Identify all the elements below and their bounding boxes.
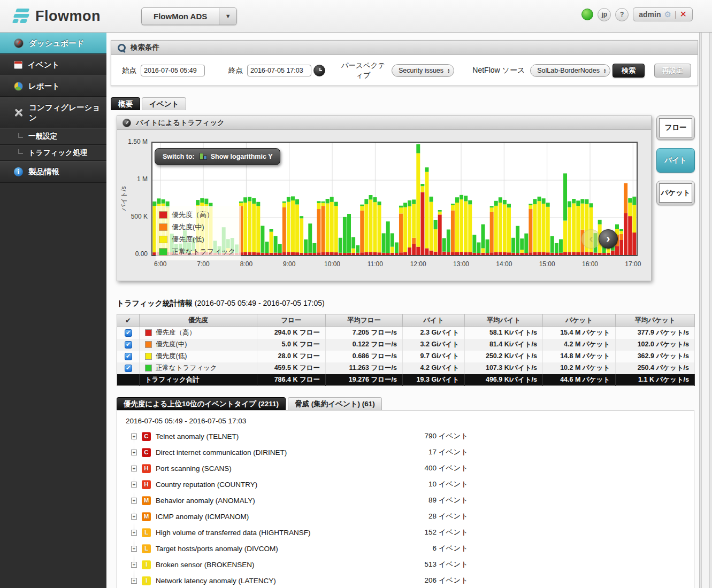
event-type-name[interactable]: Port scanning (SCANS) xyxy=(156,465,399,473)
event-type-row: +CDirect internet communication (DIRINET… xyxy=(131,444,468,460)
chart-prev-button[interactable]: ‹ xyxy=(581,229,601,249)
event-type-name[interactable]: Behavior anomaly (ANOMALY) xyxy=(156,497,399,505)
help-button[interactable]: ? xyxy=(615,8,629,21)
event-type-name[interactable]: Direct internet communication (DIRINET) xyxy=(156,448,399,457)
y-tick-label: 1.50 M xyxy=(118,138,148,145)
column-header: フロー xyxy=(257,314,326,327)
end-time-input[interactable] xyxy=(247,65,311,76)
metric-button-byte[interactable]: バイト xyxy=(656,148,695,173)
row-checkbox[interactable] xyxy=(125,353,132,360)
expand-icon[interactable]: + xyxy=(131,562,137,568)
sidebar-item-label: レポート xyxy=(28,81,60,91)
event-type-row: +LTarget hosts/ports anomaly (DIVCOM)6 イ… xyxy=(131,540,468,556)
metric-button-packet[interactable]: パケット xyxy=(656,181,695,205)
legend-swatch xyxy=(159,223,167,231)
row-checkbox[interactable] xyxy=(125,329,132,337)
expand-icon[interactable]: + xyxy=(131,578,137,584)
legend-entry: 優先度(低) xyxy=(159,233,235,245)
event-count: 513 イベント xyxy=(399,560,468,569)
expand-icon[interactable]: + xyxy=(131,498,137,504)
stat-value: 7.205 フロー/s xyxy=(326,327,403,339)
table-row: 優先度(低)28.0 K フロー0.686 フロー/s9.7 Giバイト250.… xyxy=(117,351,695,362)
tab-overview[interactable]: 概要 xyxy=(111,97,140,110)
flowmon-logo: Flowmon xyxy=(12,7,101,25)
row-checkbox[interactable] xyxy=(125,341,132,349)
metric-button-flow[interactable]: フロー xyxy=(656,115,695,140)
column-header: 優先度 xyxy=(140,314,257,327)
sidebar-item-sub[interactable]: 一般設定 xyxy=(0,128,106,145)
tab-threats[interactable]: 脅威 (集約イベント) (61) xyxy=(288,397,382,410)
total-value: 19.276 フロー/s xyxy=(326,374,403,386)
search-button[interactable]: 検索 xyxy=(613,64,645,78)
expand-icon[interactable]: + xyxy=(131,482,137,488)
flowmon-logo-icon xyxy=(12,7,30,25)
chart-next-button[interactable]: › xyxy=(599,229,618,249)
product-selector-label: FlowMon ADS xyxy=(142,8,219,25)
tab-top-event-types[interactable]: 優先度による上位10位のイベントタイプ (2211) xyxy=(117,397,286,410)
scrollbar-gutter[interactable] xyxy=(699,33,712,588)
expand-icon[interactable]: + xyxy=(131,514,137,520)
x-tick-label: 14:00 xyxy=(496,260,512,268)
stat-value: 58.1 Kiバイト/s xyxy=(465,327,543,339)
reset-button[interactable]: 再設定 xyxy=(654,64,691,78)
stat-value: 294.0 K フロー xyxy=(257,327,326,339)
chart-tooltip[interactable]: Switch to: Show logarithmic Y xyxy=(155,148,280,165)
sidebar-item-main[interactable]: ダッシュボード xyxy=(0,33,106,54)
language-button[interactable]: jp xyxy=(598,8,611,21)
chevron-down-icon[interactable]: ▼ xyxy=(219,8,236,25)
expand-icon[interactable]: + xyxy=(131,450,137,455)
product-selector[interactable]: FlowMon ADS ▼ xyxy=(141,7,237,25)
event-type-name[interactable]: ICMP anomaly (ICMPANOM) xyxy=(156,513,399,521)
total-label: トラフィック合計 xyxy=(140,374,257,386)
stat-value: 9.7 Giバイト xyxy=(403,351,465,362)
expand-icon[interactable]: + xyxy=(131,530,137,536)
event-type-name[interactable]: Telnet anomaly (TELNET) xyxy=(156,432,399,440)
gauge-icon xyxy=(123,119,131,127)
event-type-name[interactable]: Country reputation (COUNTRY) xyxy=(156,481,399,489)
sidebar-item-main[interactable]: 製品情報 xyxy=(0,161,106,182)
netflow-source-select[interactable]: SolLab-BorderNodes ▴▾ xyxy=(530,64,610,77)
total-value: 786.4 K フロー xyxy=(257,374,326,386)
select-arrows-icon: ▴▾ xyxy=(604,68,606,73)
sidebar-item-main[interactable]: コンフィグレーション xyxy=(0,97,106,128)
sidebar-nav: ダッシュボードイベントレポートコンフィグレーション一般設定トラフィック処理製品情… xyxy=(0,33,106,588)
start-time-input[interactable] xyxy=(141,65,205,76)
event-type-name[interactable]: Target hosts/ports anomaly (DIVCOM) xyxy=(156,545,399,553)
event-type-name[interactable]: Network latency anomaly (LATENCY) xyxy=(156,577,399,585)
tab-events[interactable]: イベント xyxy=(142,97,186,110)
stats-title: トラフィック統計情報 (2016-07-05 05:49 - 2016-07-0… xyxy=(117,299,699,308)
event-type-row: +MBehavior anomaly (ANOMALY)89 イベント xyxy=(131,492,468,508)
sidebar-item-sub[interactable]: トラフィック処理 xyxy=(0,145,106,161)
gear-icon[interactable] xyxy=(664,10,671,19)
expand-icon[interactable]: + xyxy=(131,434,137,439)
tools-icon xyxy=(14,108,24,118)
event-type-name[interactable]: Broken sensor (BROKENSEN) xyxy=(156,561,399,569)
sidebar-item-main[interactable]: イベント xyxy=(0,54,106,75)
row-checkbox[interactable] xyxy=(125,365,132,372)
event-type-name[interactable]: High volume of transferred data (HIGHTRA… xyxy=(156,529,399,537)
legend-swatch xyxy=(159,248,167,256)
logout-icon[interactable]: ✕ xyxy=(680,10,687,19)
severity-badge: I xyxy=(142,560,151,569)
severity-badge: C xyxy=(142,448,151,457)
priority-label: 優先度（高） xyxy=(156,328,196,337)
select-arrows-icon: ▴▾ xyxy=(448,68,449,73)
clock-icon[interactable] xyxy=(313,65,325,76)
main-tabs: 概要 イベント xyxy=(111,97,699,110)
severity-badge: C xyxy=(142,432,151,441)
user-menu[interactable]: admin | ✕ xyxy=(633,7,693,21)
legend-entry: 正常なトラフィック xyxy=(159,245,235,258)
stat-value: 28.0 K フロー xyxy=(257,351,326,362)
traffic-stats-table: ✔優先度フロー平均フローバイト平均バイトパケット平均パケット 優先度（高）294… xyxy=(117,314,695,386)
sidebar-item-main[interactable]: レポート xyxy=(0,75,106,97)
stat-value: 10.2 M パケット xyxy=(543,362,616,374)
legend-label: 優先度(中) xyxy=(172,222,204,232)
expand-icon[interactable]: + xyxy=(131,546,137,552)
tree-elbow-icon xyxy=(18,149,23,154)
severity-badge: I xyxy=(142,576,151,585)
expand-icon[interactable]: + xyxy=(131,466,137,471)
sidebar-item-label: 一般設定 xyxy=(28,132,57,141)
priority-swatch xyxy=(145,329,152,336)
perspective-select[interactable]: Security issues ▴▾ xyxy=(392,64,454,77)
priority-label: 正常なトラフィック xyxy=(156,363,217,373)
